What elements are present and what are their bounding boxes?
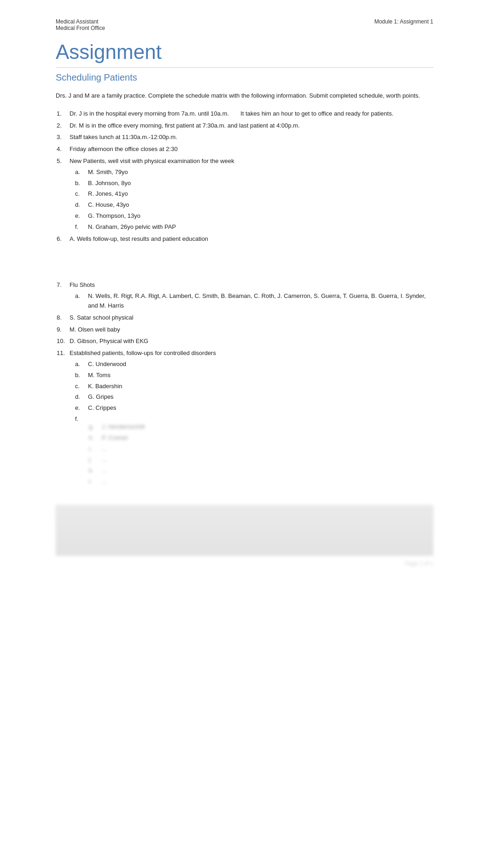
list-text-5: New Patients, well visit with physical e…: [70, 157, 234, 164]
sub-list-item-11a: a. C. Underwood: [88, 360, 433, 369]
list-item-9: 9. M. Olsen well baby: [70, 325, 433, 335]
list-number-11: 11.: [57, 349, 65, 358]
blurred-sub-list: g. J. Hendersonhill h. P. Cramer i. ... …: [56, 422, 433, 487]
list-item-2: 2. Dr. M is in the office every morning,…: [70, 121, 433, 131]
sub-list-item-5b: b. B. Johnson, 8yo: [88, 179, 433, 188]
list-number-9: 9.: [57, 325, 62, 335]
sub-list-item-5f: f. N. Graham, 26yo pelvic with PAP: [88, 222, 433, 232]
blurred-item-j: j. ...: [102, 455, 433, 465]
intro-text: Drs. J and M are a family practice. Comp…: [56, 91, 433, 101]
blurred-item-k: k. ...: [102, 466, 433, 476]
list-text-11: Established patients, follow-ups for con…: [70, 350, 216, 356]
header-left: Medical Assistant Medical Front Office: [56, 18, 105, 31]
list-number-8: 8.: [57, 313, 62, 323]
sub-list-item-5c: c. R. Jones, 41yo: [88, 189, 433, 199]
sub-list-11: a. C. Underwood b. M. Toms c. K. Badersh…: [70, 360, 433, 413]
list-item-3: 3. Staff takes lunch at 11:30a.m.-12:00p…: [70, 133, 433, 142]
blurred-item-l: l. ...: [102, 477, 433, 487]
blurred-item-g: g. J. Hendersonhill: [102, 422, 433, 432]
sub-list-item-7a: a. N. Wells, R. Rigt, R.A. Rigt, A. Lamb…: [88, 291, 433, 311]
main-list-2: 7. Flu Shots a. N. Wells, R. Rigt, R.A. …: [56, 280, 433, 413]
list-item-4: 4. Friday afternoon the office closes at…: [70, 145, 433, 154]
list-item-10: 10. D. Gibson, Physical with EKG: [70, 337, 433, 346]
list-number-1: 1.: [57, 109, 62, 119]
list-text-9: M. Olsen well baby: [70, 326, 120, 333]
list-item-11: 11. Established patients, follow-ups for…: [70, 349, 433, 413]
list-text-10: D. Gibson, Physical with EKG: [70, 338, 148, 344]
list-number-2: 2.: [57, 121, 62, 131]
sub-list-7: a. N. Wells, R. Rigt, R.A. Rigt, A. Lamb…: [70, 291, 433, 311]
main-list-1: 1. Dr. J is in the hospital every mornin…: [56, 109, 433, 244]
list-number-10: 10.: [57, 337, 65, 346]
sub-list-item-5e: e. G. Thompson, 13yo: [88, 211, 433, 221]
sub-list-item-11c: c. K. Badershin: [88, 382, 433, 391]
list-number-6: 6.: [57, 234, 62, 244]
blurred-sub-items: g. J. Hendersonhill h. P. Cramer i. ... …: [56, 422, 433, 487]
list-text-8: S. Satar school physical: [70, 314, 134, 321]
list-text-4: Friday afternoon the office closes at 2:…: [70, 146, 178, 152]
sub-list-item-5d: d. C. House, 43yo: [88, 200, 433, 210]
list-number-4: 4.: [57, 145, 62, 154]
list-item-1: 1. Dr. J is in the hospital every mornin…: [70, 109, 433, 119]
document-header: Medical Assistant Medical Front Office M…: [56, 18, 433, 31]
list-item-5: 5. New Patients, well visit with physica…: [70, 157, 433, 232]
list-number-3: 3.: [57, 133, 62, 142]
list-item-6: 6. A. Wells follow-up, test results and …: [70, 234, 433, 244]
sub-list-item-5a: a. M. Smith, 79yo: [88, 168, 433, 177]
blurred-page-controls: Page 1 of 1: [56, 560, 433, 567]
blurred-table: [56, 505, 433, 556]
section-heading: Scheduling Patients: [56, 72, 433, 83]
page-container: Medical Assistant Medical Front Office M…: [56, 0, 433, 594]
list-number-7: 7.: [57, 280, 62, 290]
list-item-7: 7. Flu Shots a. N. Wells, R. Rigt, R.A. …: [70, 280, 433, 310]
header-left-line1: Medical Assistant: [56, 18, 105, 25]
blurred-item-i: i. ...: [102, 444, 433, 454]
list-text-7: Flu Shots: [70, 281, 95, 288]
sub-list-5: a. M. Smith, 79yo b. B. Johnson, 8yo c. …: [70, 168, 433, 232]
page-title: Assignment: [56, 41, 433, 68]
list-text-1: Dr. J is in the hospital every morning f…: [70, 110, 394, 117]
list-number-5: 5.: [57, 157, 62, 166]
sub-list-item-11d: d. G. Gripes: [88, 392, 433, 402]
sub-list-item-11e: e. C. Crippes: [88, 403, 433, 413]
header-right: Module 1: Assignment 1: [374, 18, 433, 31]
sub-list-item-11b: b. M. Toms: [88, 371, 433, 380]
list-text-2: Dr. M is in the office every morning, fi…: [70, 122, 300, 129]
list-text-3: Staff takes lunch at 11:30a.m.-12:00p.m.: [70, 134, 177, 140]
list-text-6: A. Wells follow-up, test results and pat…: [70, 235, 208, 242]
spacer-1: [56, 253, 433, 280]
header-left-line2: Medical Front Office: [56, 25, 105, 31]
list-item-8: 8. S. Satar school physical: [70, 313, 433, 323]
blurred-item-h: h. P. Cramer: [102, 433, 433, 443]
